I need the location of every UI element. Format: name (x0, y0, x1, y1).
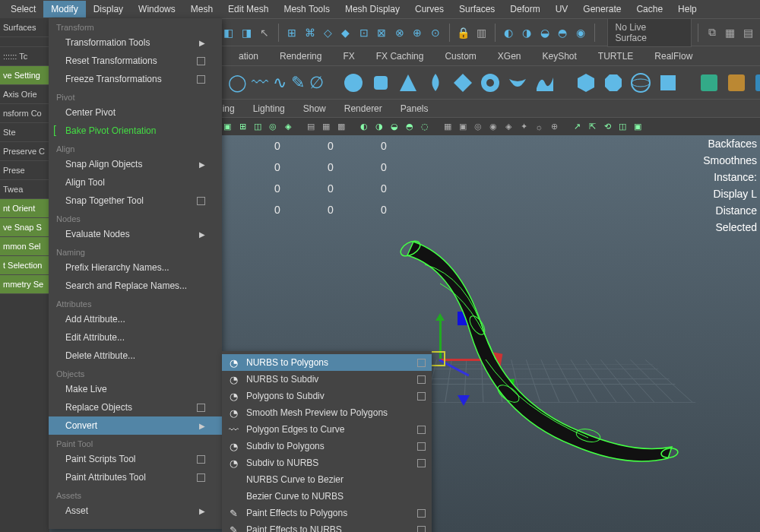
snap-icon[interactable]: ⊙ (428, 24, 443, 42)
submenu-item-nurbs-to-polygons[interactable]: ◔NURBS to Polygons (222, 354, 432, 371)
menu-item-add-attribute-[interactable]: Add Attribute... (49, 310, 222, 328)
left-item[interactable]: nsform Co (0, 104, 49, 123)
left-item[interactable] (0, 37, 49, 47)
cone-icon[interactable] (397, 70, 420, 96)
chevron-down-icon[interactable]: ▥ (473, 24, 489, 42)
shelf-icon[interactable] (752, 70, 760, 96)
left-item[interactable]: t Selection (0, 256, 49, 275)
hex-icon[interactable] (575, 70, 597, 96)
vp-icon[interactable]: ▦ (319, 120, 333, 134)
submenu-item-polygons-to-subdiv[interactable]: ◔Polygons to Subdiv (222, 388, 432, 404)
left-item[interactable]: Axis Orie (0, 85, 49, 104)
submenu-item-paint-effects-to-nurbs[interactable]: ✎Paint Effects to NURBS (222, 521, 432, 532)
sym-icon[interactable]: ◉ (573, 24, 588, 42)
menu-help[interactable]: Help (670, 1, 705, 17)
menu-windows[interactable]: Windows (131, 1, 183, 17)
options-box-icon[interactable] (197, 75, 205, 84)
left-item[interactable]: Ste (0, 123, 49, 142)
cube-icon[interactable] (657, 70, 679, 96)
menu-item-asset[interactable]: Asset▶ (49, 502, 222, 520)
vp-icon[interactable]: ◑ (372, 120, 386, 134)
vp-icon[interactable]: ◉ (486, 120, 500, 134)
sym-icon[interactable]: ◒ (537, 24, 553, 42)
vp-icon[interactable]: ◈ (502, 120, 515, 134)
shelf-tab-xgen[interactable]: XGen (487, 47, 532, 65)
vp-icon[interactable]: ▣ (220, 120, 234, 134)
options-box-icon[interactable] (417, 359, 426, 367)
options-box-icon[interactable] (417, 526, 426, 533)
options-box-icon[interactable] (197, 473, 205, 482)
vp-icon[interactable]: ◎ (471, 120, 485, 134)
sym-icon[interactable]: ◓ (555, 24, 570, 42)
snap-icon[interactable]: ◇ (321, 24, 336, 42)
shelf-tab-ation[interactable]: ation (228, 47, 269, 65)
menu-item-freeze-transformations[interactable]: Freeze Transformations (49, 70, 222, 88)
oct-icon[interactable] (602, 70, 625, 96)
vp-icon[interactable]: ◎ (266, 120, 280, 134)
vp-menu-renderer[interactable]: Renderer (340, 102, 387, 116)
options-box-icon[interactable] (417, 392, 426, 401)
menu-mesh-tools[interactable]: Mesh Tools (276, 1, 337, 17)
vp-icon[interactable]: ▣ (631, 120, 644, 134)
snap-icon[interactable]: ⊞ (284, 24, 299, 42)
menu-item-make-live[interactable]: Make Live (49, 380, 222, 398)
vp-icon[interactable]: ↗ (570, 120, 584, 134)
options-box-icon[interactable] (417, 375, 426, 384)
vp-icon[interactable]: ⊞ (236, 120, 249, 134)
menu-item-transformation-tools[interactable]: Transformation Tools▶ (49, 33, 222, 52)
menu-generate[interactable]: Generate (575, 1, 629, 17)
menu-modify[interactable]: Modify (43, 1, 85, 17)
options-box-icon[interactable] (197, 57, 205, 65)
options-box-icon[interactable] (417, 426, 426, 434)
menu-item-center-pivot[interactable]: Center Pivot (49, 103, 222, 122)
menu-mesh-display[interactable]: Mesh Display (337, 1, 407, 17)
left-item[interactable]: Twea (0, 180, 49, 199)
snap-icon[interactable]: ⊡ (356, 24, 372, 42)
vp-icon[interactable]: ◫ (616, 120, 629, 134)
left-item[interactable]: ve Snap S (0, 218, 49, 237)
sym-icon[interactable]: ◑ (519, 24, 534, 42)
vp-icon[interactable]: ⇱ (585, 120, 599, 134)
submenu-item-nurbs-curve-to-bezier[interactable]: NURBS Curve to Bezier (222, 471, 432, 488)
drop-icon[interactable] (424, 70, 447, 96)
menu-display[interactable]: Display (86, 1, 131, 17)
submenu-item-subdiv-to-polygons[interactable]: ◔Subdiv to Polygons (222, 438, 432, 454)
menu-item-paint-attributes-tool[interactable]: Paint Attributes Tool (49, 468, 222, 486)
wave-icon[interactable] (534, 70, 556, 96)
shelf-tab-custom[interactable]: Custom (434, 47, 486, 65)
vp-icon[interactable]: ◌ (418, 120, 432, 134)
live-surface-field[interactable]: No Live Surface (607, 18, 692, 47)
menu-surfaces[interactable]: Surfaces (451, 1, 502, 17)
snap-icon[interactable]: ⊗ (392, 24, 407, 42)
left-item[interactable]: mmetry Se (0, 275, 49, 294)
tool-icon[interactable]: ◨ (239, 24, 254, 42)
shelf-icon[interactable]: ✎ (291, 70, 305, 96)
vp-icon[interactable]: ☼ (532, 120, 546, 134)
vp-icon[interactable]: ▤ (304, 120, 318, 134)
options-box-icon[interactable] (417, 442, 426, 451)
shelf-icon[interactable] (698, 70, 720, 96)
layout-icon[interactable]: ⧉ (705, 24, 720, 42)
menu-item-paint-scripts-tool[interactable]: Paint Scripts Tool (49, 450, 222, 468)
options-box-icon[interactable] (197, 455, 205, 464)
menu-curves[interactable]: Curves (407, 1, 451, 17)
menu-cache[interactable]: Cache (629, 1, 670, 17)
menu-item-delete-attribute-[interactable]: Delete Attribute... (49, 347, 222, 365)
submenu-item-bezier-curve-to-nurbs[interactable]: Bezier Curve to NURBS (222, 488, 432, 505)
vp-icon[interactable]: ⟲ (600, 120, 614, 134)
menu-item-search-and-replace-names-[interactable]: Search and Replace Names... (49, 277, 222, 295)
submenu-item-paint-effects-to-polygons[interactable]: ✎Paint Effects to Polygons (222, 505, 432, 521)
vp-icon[interactable]: ▩ (334, 120, 348, 134)
shelf-tab-turtle[interactable]: TURTLE (587, 47, 644, 65)
options-box-icon[interactable] (417, 459, 426, 467)
menu-item-edit-attribute-[interactable]: Edit Attribute... (49, 328, 222, 347)
menu-deform[interactable]: Deform (502, 1, 547, 17)
vp-icon[interactable]: ◐ (357, 120, 371, 134)
vp-icon[interactable]: ▣ (456, 120, 470, 134)
shelf-tab-realflow[interactable]: RealFlow (644, 47, 703, 65)
left-item[interactable]: :::::: Tc (0, 47, 49, 66)
layout-icon[interactable]: ▦ (723, 24, 738, 42)
vp-menu-panels[interactable]: Panels (396, 102, 433, 116)
vp-icon[interactable]: ◓ (403, 120, 416, 134)
vp-icon[interactable]: ◒ (388, 120, 401, 134)
